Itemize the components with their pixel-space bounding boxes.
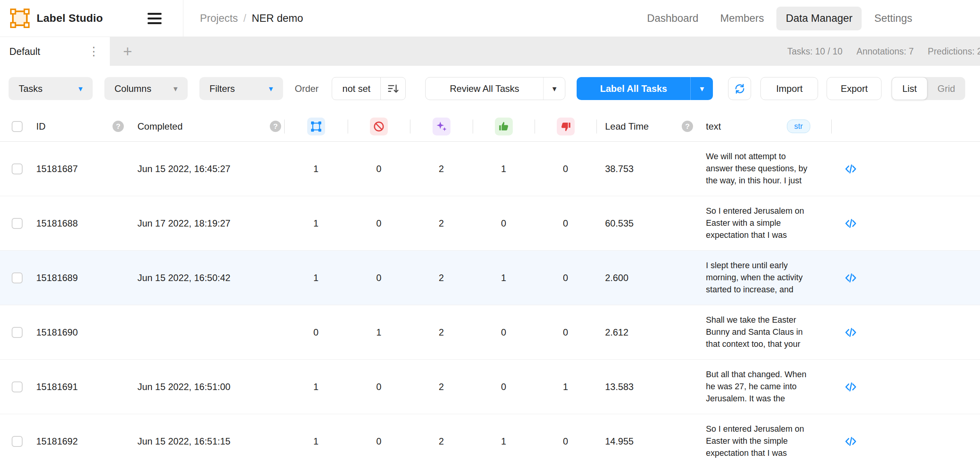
view-source-button[interactable] — [845, 272, 857, 284]
row-checkbox[interactable] — [12, 272, 23, 283]
row-cell-source — [831, 305, 870, 359]
label-all-tasks-button[interactable]: Label All Tasks ▾ — [577, 77, 713, 100]
add-tab-button[interactable]: + — [123, 44, 132, 59]
annotations-count: 1 — [313, 163, 318, 174]
header-cell-checkbox — [0, 111, 33, 141]
row-cell-text: We will not attempt to answer these ques… — [697, 142, 831, 196]
row-cell-rejected: 0 — [535, 414, 596, 464]
table-row[interactable]: 15181688 Jun 17 2022, 18:19:27 1 0 2 0 0… — [0, 196, 980, 251]
nav-members[interactable]: Members — [711, 7, 774, 30]
column-type-badge[interactable]: str — [787, 120, 810, 133]
column-header-cancelled[interactable] — [348, 111, 410, 141]
row-checkbox[interactable] — [12, 327, 23, 338]
row-cell-source — [831, 414, 870, 464]
accepted-count: 1 — [501, 272, 506, 283]
help-icon[interactable]: ? — [682, 121, 693, 132]
completed-timestamp: Jun 15 2022, 16:45:27 — [137, 163, 230, 174]
row-cell-rejected: 0 — [535, 196, 596, 250]
chevron-down-icon: ▾ — [552, 84, 557, 93]
header-divider — [183, 0, 183, 37]
row-cell-predictions: 2 — [410, 360, 473, 414]
row-cell-cancelled: 0 — [348, 360, 410, 414]
thumbs-up-icon — [495, 118, 513, 135]
tab-menu-icon[interactable]: ⋮ — [85, 46, 103, 57]
row-cell-source — [831, 251, 870, 305]
nav-settings[interactable]: Settings — [865, 7, 922, 30]
sort-direction-button[interactable] — [380, 77, 405, 100]
column-label-id: ID — [36, 121, 46, 132]
label-studio-logo-icon — [10, 9, 30, 28]
tab-default[interactable]: Default ⋮ — [0, 37, 110, 66]
predictions-count: 2 — [439, 163, 444, 174]
view-grid-button[interactable]: Grid — [927, 77, 965, 100]
columns-dropdown-label: Columns — [114, 83, 151, 94]
view-source-button[interactable] — [845, 381, 857, 393]
row-cell-checkbox — [0, 414, 33, 464]
nav-dashboard[interactable]: Dashboard — [638, 7, 708, 30]
review-dropdown-toggle[interactable]: ▾ — [543, 77, 565, 100]
column-header-id[interactable]: ID ? — [33, 111, 128, 141]
order-label: Order — [295, 83, 318, 94]
column-header-lead-time[interactable]: Lead Time ? — [596, 111, 697, 141]
table-row[interactable]: 15181691 Jun 15 2022, 16:51:00 1 0 2 0 1… — [0, 360, 980, 414]
predictions-count: 2 — [439, 327, 444, 338]
refresh-button[interactable] — [728, 77, 751, 100]
task-text-preview: I slept there until early morning, when … — [706, 260, 810, 296]
column-header-annotations[interactable] — [284, 111, 348, 141]
column-header-rejected[interactable] — [535, 111, 596, 141]
help-icon[interactable]: ? — [270, 121, 281, 132]
sort-icon — [387, 83, 399, 95]
column-label-lead-time: Lead Time — [605, 121, 649, 132]
review-all-tasks-button[interactable]: Review All Tasks ▾ — [425, 77, 565, 100]
view-toggle: List Grid — [892, 77, 965, 100]
review-all-tasks-label: Review All Tasks — [426, 83, 543, 94]
row-cell-accepted: 1 — [473, 414, 535, 464]
export-button[interactable]: Export — [827, 77, 881, 100]
table-row[interactable]: 15181689 Jun 15 2022, 16:50:42 1 0 2 1 0… — [0, 251, 980, 305]
row-cell-completed: Jun 15 2022, 16:50:42 — [128, 251, 284, 305]
view-source-button[interactable] — [845, 163, 857, 175]
import-button[interactable]: Import — [760, 77, 818, 100]
table-row[interactable]: 15181692 Jun 15 2022, 16:51:15 1 0 2 1 0… — [0, 414, 980, 464]
column-header-accepted[interactable] — [473, 111, 535, 141]
hamburger-menu-icon[interactable] — [148, 13, 162, 24]
row-checkbox[interactable] — [12, 381, 23, 392]
brand[interactable]: Label Studio — [0, 9, 103, 28]
task-id: 15181689 — [36, 272, 78, 283]
label-dropdown-toggle[interactable]: ▾ — [690, 77, 713, 100]
row-cell-lead-time: 2.600 — [596, 251, 697, 305]
row-cell-annotations: 1 — [284, 251, 348, 305]
columns-dropdown[interactable]: Columns ▾ — [104, 77, 188, 100]
thumbs-down-icon — [557, 118, 575, 135]
nav-data-manager[interactable]: Data Manager — [776, 7, 862, 30]
predictions-count: 2 — [439, 218, 444, 229]
row-cell-cancelled: 0 — [348, 251, 410, 305]
row-cell-checkbox — [0, 196, 33, 250]
filters-dropdown[interactable]: Filters ▾ — [199, 77, 283, 100]
table-header: ID ? Completed ? — [0, 111, 980, 142]
column-header-text[interactable]: text str — [697, 111, 831, 141]
row-checkbox[interactable] — [12, 163, 23, 174]
row-checkbox[interactable] — [12, 436, 23, 447]
view-list-button[interactable]: List — [892, 77, 927, 100]
row-cell-annotations: 1 — [284, 360, 348, 414]
row-cell-id: 15181687 — [33, 142, 128, 196]
view-source-button[interactable] — [845, 435, 857, 448]
tasks-dropdown[interactable]: Tasks ▾ — [9, 77, 93, 100]
table-row[interactable]: 15181687 Jun 15 2022, 16:45:27 1 0 2 1 0… — [0, 142, 980, 196]
view-source-button[interactable] — [845, 326, 857, 339]
row-filler — [870, 305, 980, 359]
table-row[interactable]: 15181690 0 1 2 0 0 2.612 Shall we take t… — [0, 305, 980, 360]
breadcrumb-projects[interactable]: Projects — [200, 12, 238, 25]
help-icon[interactable]: ? — [113, 121, 124, 132]
column-header-predictions[interactable] — [410, 111, 473, 141]
view-source-button[interactable] — [845, 217, 857, 230]
row-checkbox[interactable] — [12, 218, 23, 229]
predictions-count: 2 — [439, 272, 444, 283]
code-icon — [845, 435, 857, 448]
select-all-checkbox[interactable] — [12, 121, 23, 132]
column-header-completed[interactable]: Completed ? — [128, 111, 284, 141]
filters-dropdown-label: Filters — [209, 83, 235, 94]
order-value-dropdown[interactable]: not set — [332, 77, 380, 100]
completed-timestamp: Jun 15 2022, 16:51:00 — [137, 381, 230, 392]
